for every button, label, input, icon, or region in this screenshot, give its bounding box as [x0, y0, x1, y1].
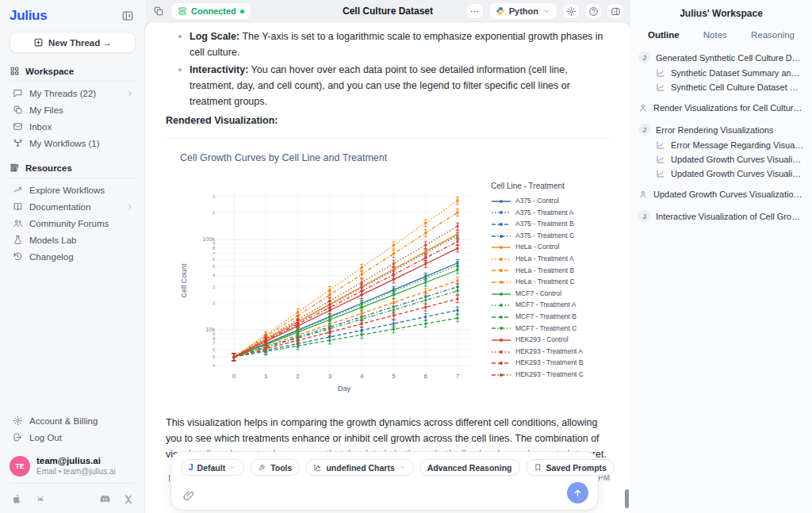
outline-item-6[interactable]: Updated Growth Curves Visualization R... [638, 152, 804, 167]
sidebar-item-my-threads-22[interactable]: My Threads (22) [8, 85, 137, 101]
sidebar-item-my-files[interactable]: My Files [8, 101, 137, 118]
legend-line-sample [491, 197, 511, 205]
help-icon [588, 6, 599, 17]
growth-curves-chart[interactable]: 0123456732100k9876543210k987654Cell Coun… [177, 177, 491, 407]
runtime-selector[interactable]: Python [488, 2, 557, 20]
connected-status-pill[interactable]: Connected [170, 2, 251, 20]
chevron-right-icon [126, 90, 134, 98]
outline-item-9[interactable]: JInteractive Visualization of Cell Growt… [638, 208, 804, 224]
help-button[interactable] [584, 3, 602, 19]
send-button[interactable] [567, 482, 588, 503]
legend-item-10[interactable]: MCF7 - Treatment B [491, 312, 610, 323]
legend-item-12[interactable]: HEK293 - Control [491, 335, 610, 346]
svg-text:4: 4 [213, 363, 215, 368]
item-label: Inbox [29, 122, 134, 132]
composer-pill-advanced-reasoning[interactable]: Advanced Reasoning [419, 459, 520, 476]
sidebar-item-models-lab[interactable]: Models Lab [8, 232, 137, 248]
outline-item-7[interactable]: Updated Growth Curves Visualization Di.. [638, 167, 804, 181]
outline-item-5[interactable]: Error Message Regarding Visualization ..… [638, 138, 804, 152]
collapse-sidebar-button[interactable] [120, 8, 136, 24]
collapse-sidebar-icon [121, 10, 134, 22]
x-icon[interactable] [123, 494, 134, 505]
legend-line-sample [491, 209, 511, 216]
legend-item-7[interactable]: HeLa - Treatment C [491, 277, 610, 288]
composer-pill-default[interactable]: JDefault [181, 459, 244, 476]
legend-label: HEK293 - Treatment C [515, 369, 584, 381]
svg-text:3: 3 [328, 373, 332, 380]
outline-item-label: Synthetic Cell Culture Dataset Overview [671, 82, 804, 92]
legend-item-11[interactable]: MCF7 - Treatment C [491, 323, 610, 335]
new-thread-button[interactable]: New Thread → [10, 32, 136, 53]
legend-item-4[interactable]: HeLa - Control [491, 242, 610, 253]
outline-item-label: Error Message Regarding Visualization ..… [671, 140, 804, 150]
svg-text:6: 6 [213, 257, 215, 262]
settings-button[interactable] [562, 3, 580, 19]
legend-item-13[interactable]: HEK293 - Treatment A [491, 346, 610, 358]
sidebar-item-inbox[interactable]: Inbox [8, 118, 137, 135]
person-icon [638, 190, 648, 199]
sidebar-item-documentation[interactable]: Documentation [8, 198, 137, 215]
outline-item-4[interactable]: JError Rendering Visualizations [638, 121, 804, 138]
legend-line-sample [491, 336, 511, 344]
composer-pill-saved-prompts[interactable]: Saved Prompts [526, 459, 615, 476]
scrollbar-thumb[interactable] [625, 489, 629, 508]
connected-dot [240, 10, 244, 13]
chat-main: Log Scale: The Y-axis is set to a logari… [145, 22, 630, 513]
more-options-button[interactable] [466, 3, 484, 19]
bullet-dot [178, 35, 182, 38]
outline-item-0[interactable]: JGenerated Synthetic Cell Culture Datase… [638, 49, 804, 66]
pill-label: undefined Charts [326, 463, 394, 473]
svg-text:Day: Day [338, 385, 351, 392]
legend-label: HeLa - Control [515, 242, 559, 253]
divider [10, 483, 136, 484]
outline-item-8[interactable]: Updated Growth Curves Visualization Disp… [638, 187, 804, 201]
sidebar-item-my-workflows-1[interactable]: My Workflows (1) [8, 135, 137, 151]
composer: JDefaultToolsundefined ChartsAdvanced Re… [170, 451, 599, 511]
ellipsis-icon [469, 6, 480, 17]
composer-pill-undefined-charts[interactable]: undefined Charts [305, 459, 413, 476]
item-label: Documentation [29, 202, 120, 212]
legend-item-0[interactable]: A375 - Control [491, 196, 610, 207]
sidebar-item-explore-workflows[interactable]: Explore Workflows [8, 182, 137, 198]
divider [10, 178, 136, 178]
legend-item-5[interactable]: HeLa - Treatment A [491, 254, 610, 265]
outline-item-1[interactable]: Synthetic Dataset Summary and Visuali... [638, 66, 804, 80]
apple-icon[interactable] [11, 493, 23, 505]
sidebar-item-log-out[interactable]: Log Out [8, 429, 137, 446]
outline-item-3[interactable]: Render Visualizations for Cell Culture D… [638, 101, 804, 115]
trend-icon [13, 185, 23, 195]
legend-item-1[interactable]: A375 - Treatment A [491, 208, 610, 219]
pill-label: Default [197, 463, 226, 473]
toggle-right-panel-button[interactable] [607, 3, 624, 19]
legend-item-6[interactable]: HeLa - Treatment B [491, 266, 610, 277]
copy-thread-button[interactable] [151, 4, 166, 18]
svg-text:5: 5 [392, 373, 396, 380]
outline-item-label: Interactive Visualization of Cell Growth… [656, 212, 804, 221]
discord-icon[interactable] [98, 493, 112, 505]
legend-line-sample [491, 278, 511, 286]
legend-item-2[interactable]: A375 - Treatment B [491, 219, 610, 230]
resources-label: Resources [25, 163, 72, 173]
sidebar-item-community-forums[interactable]: Community Forums [8, 215, 137, 232]
python-icon [496, 6, 505, 16]
item-label: My Workflows (1) [29, 139, 134, 148]
sidebar-item-account-billing[interactable]: Account & Billing [8, 412, 137, 429]
tab-reasoning[interactable]: Reasoning [751, 30, 795, 40]
tab-outline[interactable]: Outline [648, 30, 680, 40]
legend-item-14[interactable]: HEK293 - Treatment B [491, 358, 610, 369]
legend-item-8[interactable]: MCF7 - Control [491, 289, 610, 300]
legend-item-9[interactable]: MCF7 - Treatment A [491, 300, 610, 311]
legend-line-sample [491, 266, 511, 274]
legend-item-3[interactable]: A375 - Treatment C [491, 231, 610, 242]
android-icon[interactable] [34, 493, 47, 505]
sidebar-item-changelog[interactable]: Changelog [8, 248, 137, 265]
legend-line-sample [491, 359, 511, 367]
outline-item-2[interactable]: Synthetic Cell Culture Dataset Overview [638, 80, 804, 94]
users-icon [13, 218, 23, 228]
svg-text:7: 7 [456, 373, 459, 380]
composer-pill-tools[interactable]: Tools [250, 459, 300, 476]
user-account-row[interactable]: TE team@julius.ai Email • team@julius.ai [8, 449, 137, 483]
attach-file-button[interactable] [181, 488, 197, 503]
tab-notes[interactable]: Notes [703, 30, 727, 40]
legend-item-15[interactable]: HEK293 - Treatment C [491, 369, 610, 381]
